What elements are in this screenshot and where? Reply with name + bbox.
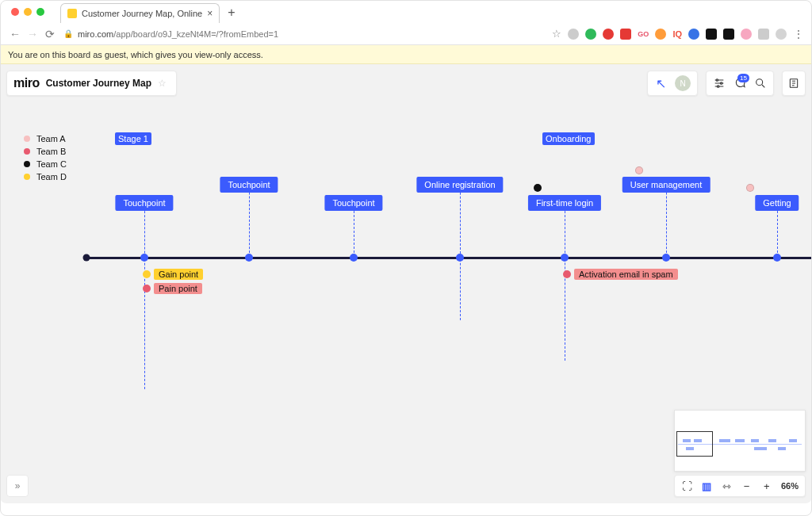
url-host: miro.com <box>78 29 113 39</box>
minimap-block <box>719 439 730 442</box>
new-tab-button[interactable]: + <box>228 6 235 20</box>
nav-forward-button[interactable]: → <box>24 28 41 40</box>
comments-icon[interactable]: 15 <box>733 77 746 90</box>
browser-tab[interactable]: Customer Journey Map, Online × <box>60 3 220 23</box>
minimap-viewport[interactable] <box>676 431 713 457</box>
touchpoint-dot[interactable] <box>140 254 148 262</box>
nav-reload-button[interactable]: ⟳ <box>41 28 59 40</box>
window-controls <box>11 8 44 16</box>
extension-icon[interactable] <box>568 29 579 40</box>
legend-label: Team B <box>36 147 66 156</box>
extension-icon[interactable]: GO <box>638 30 649 38</box>
legend-dot <box>24 161 30 167</box>
guest-banner: You are on this board as guest, which gi… <box>0 45 812 64</box>
touchpoint-dot[interactable] <box>245 254 253 262</box>
extension-icon[interactable] <box>585 29 596 40</box>
team-dot[interactable] <box>746 184 754 192</box>
pain-dot[interactable] <box>563 270 571 278</box>
minimap-block <box>789 439 797 442</box>
timeline-connector <box>460 177 461 320</box>
timeline-start-dot <box>83 254 90 262</box>
comments-badge: 15 <box>737 74 749 82</box>
minimap-block <box>751 439 759 442</box>
search-icon[interactable] <box>754 77 767 90</box>
extension-icon[interactable] <box>603 29 614 40</box>
touchpoint-box[interactable]: Touchpoint <box>324 195 382 211</box>
window-maximize-button[interactable] <box>36 8 44 16</box>
stage-label[interactable]: Onboarding <box>542 132 595 145</box>
legend-label: Team C <box>36 159 67 169</box>
stage-label[interactable]: Stage 1 <box>115 132 151 145</box>
presence-pill: ↖ N <box>647 71 698 96</box>
pain-dot[interactable] <box>143 285 151 292</box>
top-right-controls: ↖ N 15 <box>647 71 806 96</box>
window-minimize-button[interactable] <box>24 8 32 16</box>
star-icon[interactable]: ☆ <box>552 28 561 40</box>
guest-avatar[interactable]: N <box>675 75 691 91</box>
pain-point[interactable]: Pain point <box>154 283 202 294</box>
minimap-block <box>754 447 767 450</box>
url-display[interactable]: 🔒 miro.com/app/board/o9J_kzeNt4M=/?fromE… <box>63 29 278 39</box>
touchpoint-box[interactable]: First-time login <box>528 195 601 211</box>
browser-extensions: ☆ GO IQ ⋮ <box>552 28 804 40</box>
extension-icon[interactable] <box>723 29 734 40</box>
team-dot[interactable] <box>534 184 542 192</box>
legend-label: Team A <box>36 134 66 143</box>
zoom-out-button[interactable]: − <box>741 480 753 492</box>
touchpoint-dot[interactable] <box>561 254 569 262</box>
kebab-menu-icon[interactable]: ⋮ <box>793 28 804 40</box>
extension-icon[interactable] <box>655 29 666 40</box>
canvas[interactable]: miro Customer Journey Map ☆ ↖ N 15 Team … <box>0 64 812 503</box>
tab-close-icon[interactable]: × <box>207 9 213 18</box>
board-name[interactable]: Customer Journey Map <box>46 78 151 89</box>
extension-icon[interactable] <box>758 29 769 40</box>
touchpoint-dot[interactable] <box>350 254 358 262</box>
window-close-button[interactable] <box>11 8 19 16</box>
expand-toolbar-button[interactable]: » <box>6 475 29 497</box>
pain-point[interactable]: Activation email in spam <box>574 269 678 280</box>
browser-address-bar: ← → ⟳ 🔒 miro.com/app/board/o9J_kzeNt4M=/… <box>0 23 812 45</box>
extension-icon[interactable] <box>741 29 752 40</box>
cursor-icon[interactable]: ↖ <box>654 77 667 90</box>
miro-logo[interactable]: miro <box>13 76 40 90</box>
legend-dot <box>24 136 30 142</box>
zoom-percent[interactable]: 66% <box>781 481 799 491</box>
browser-tab-bar: Customer Journey Map, Online × + <box>60 2 236 23</box>
lock-icon: 🔒 <box>63 29 73 38</box>
minimap-block <box>778 447 786 450</box>
touchpoint-dot[interactable] <box>662 254 670 262</box>
zoom-in-button[interactable]: + <box>761 480 772 492</box>
team-dot[interactable] <box>635 166 643 174</box>
touchpoint-box[interactable]: Touchpoint <box>115 195 173 211</box>
gain-point[interactable]: Gain point <box>154 269 203 280</box>
extension-icon[interactable] <box>620 29 631 40</box>
extension-icon[interactable] <box>706 29 717 40</box>
touchpoint-box[interactable]: Getting <box>755 195 799 211</box>
url-path: /app/board/o9J_kzeNt4M=/?fromEmbed=1 <box>113 29 278 39</box>
settings-icon[interactable] <box>713 77 726 90</box>
tab-favicon <box>67 9 77 18</box>
star-icon[interactable]: ☆ <box>158 78 167 89</box>
touchpoint-box[interactable]: User management <box>622 177 710 193</box>
fullscreen-icon[interactable]: ⛶ <box>681 480 692 492</box>
miro-app: You are on this board as guest, which gi… <box>0 45 812 503</box>
gain-dot[interactable] <box>143 270 151 278</box>
board-header: miro Customer Journey Map ☆ <box>6 71 177 96</box>
minimap[interactable] <box>674 410 806 472</box>
legend-row: Team D <box>24 170 67 183</box>
timeline-axis <box>84 257 812 259</box>
touchpoint-box[interactable]: Online registration <box>416 177 503 193</box>
profile-avatar-icon[interactable] <box>776 29 787 40</box>
legend-dot <box>24 148 30 155</box>
nav-back-button[interactable]: ← <box>6 28 24 40</box>
minimap-block <box>768 439 776 442</box>
extension-icon[interactable] <box>688 29 699 40</box>
minimap-toggle-icon[interactable]: ▥ <box>701 480 712 492</box>
fit-icon[interactable]: ⇿ <box>721 480 732 492</box>
touchpoint-box[interactable]: Touchpoint <box>220 177 278 193</box>
extension-icon[interactable]: IQ <box>672 29 682 39</box>
legend-dot <box>24 174 30 180</box>
touchpoint-dot[interactable] <box>456 254 464 262</box>
export-pill[interactable] <box>782 71 806 96</box>
touchpoint-dot[interactable] <box>773 254 781 262</box>
